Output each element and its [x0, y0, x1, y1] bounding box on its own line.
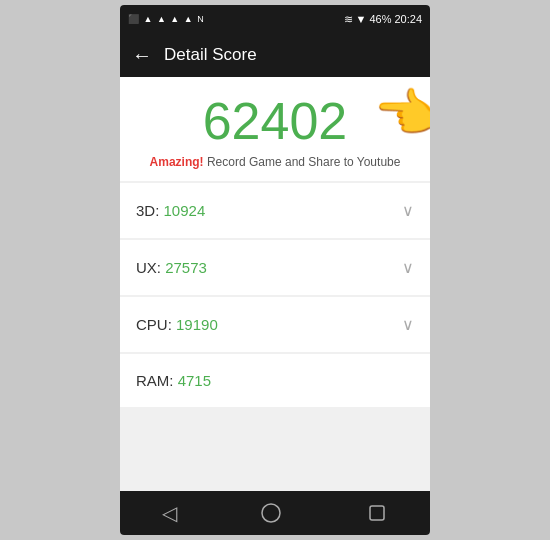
- chevron-icon-cpu: ∨: [402, 315, 414, 334]
- score-item-ram[interactable]: RAM: 4715: [120, 354, 430, 407]
- signal-icon: ▼: [356, 13, 367, 25]
- time-text: 20:24: [394, 13, 422, 25]
- page-title: Detail Score: [164, 45, 257, 65]
- score-item-cpu[interactable]: CPU: 19190 ∨: [120, 297, 430, 352]
- promo-amazing: Amazing!: [150, 155, 204, 169]
- wifi-icon: ≋: [344, 13, 353, 26]
- nav-home-button[interactable]: [260, 502, 282, 524]
- chevron-icon-3d: ∨: [402, 201, 414, 220]
- score-item-ux[interactable]: UX: 27573 ∨: [120, 240, 430, 295]
- score-label-cpu: CPU: 19190: [136, 316, 218, 333]
- score-section: 62402 👉 Amazing! Record Game and Share t…: [120, 77, 430, 181]
- nav-back-button[interactable]: ◁: [162, 501, 177, 525]
- notification-icons: ⬛ ▲ ▲ ▲ ▲ N: [128, 14, 205, 24]
- promo-line: Amazing! Record Game and Share to Youtub…: [150, 155, 401, 169]
- phone-container: ⬛ ▲ ▲ ▲ ▲ N ≋ ▼ 46% 20:24 ← Detail Score…: [120, 5, 430, 535]
- score-label-ram: RAM: 4715: [136, 372, 211, 389]
- status-right: ≋ ▼ 46% 20:24: [344, 13, 422, 26]
- score-item-3d[interactable]: 3D: 10924 ∨: [120, 183, 430, 238]
- chevron-icon-ux: ∨: [402, 258, 414, 277]
- svg-point-0: [262, 504, 280, 522]
- status-bar: ⬛ ▲ ▲ ▲ ▲ N ≋ ▼ 46% 20:24: [120, 5, 430, 33]
- score-value-ux: 27573: [165, 259, 207, 276]
- battery-text: 46%: [369, 13, 391, 25]
- back-button[interactable]: ←: [132, 44, 152, 67]
- score-value-cpu: 19190: [176, 316, 218, 333]
- score-value-3d: 10924: [164, 202, 206, 219]
- score-value-ram: 4715: [178, 372, 211, 389]
- nav-bar: ← Detail Score: [120, 33, 430, 77]
- hand-pointer-icon: 👉: [375, 87, 430, 139]
- score-list: 3D: 10924 ∨ UX: 27573 ∨ CPU: 19190 ∨ RAM…: [120, 183, 430, 407]
- svg-rect-1: [370, 506, 384, 520]
- score-label-ux: UX: 27573: [136, 259, 207, 276]
- content-area: 62402 👉 Amazing! Record Game and Share t…: [120, 77, 430, 491]
- nav-square-button[interactable]: [366, 502, 388, 524]
- main-score: 62402: [203, 95, 348, 147]
- score-label-3d: 3D: 10924: [136, 202, 205, 219]
- bottom-nav: ◁: [120, 491, 430, 535]
- status-icons-left: ⬛ ▲ ▲ ▲ ▲ N: [128, 14, 205, 24]
- promo-text: Record Game and Share to Youtube: [204, 155, 401, 169]
